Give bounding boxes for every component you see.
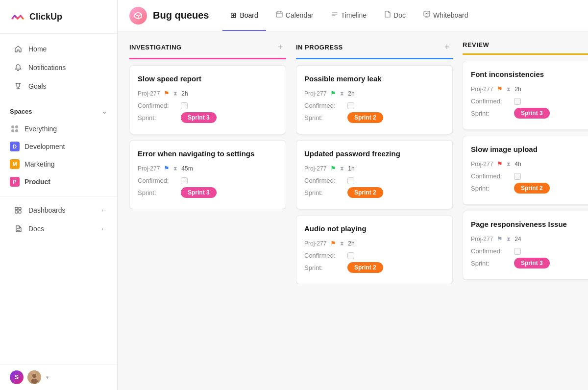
card-meta-memory-leak: Proj-277 ⚑ ⧗ 2h [304, 90, 444, 97]
card-meta-password-freezing: Proj-277 ⚑ ⧗ 1h [304, 165, 444, 172]
svg-rect-0 [15, 207, 18, 210]
user-avatar-initial[interactable]: S [10, 370, 24, 384]
spaces-label: Spaces [10, 108, 32, 115]
sidebar-item-marketing[interactable]: M Marketing [0, 155, 117, 173]
sprint-badge-8[interactable]: Sprint 3 [514, 258, 550, 268]
page-header: Bug queues ⊞ Board Calendar Timeline [118, 0, 588, 31]
confirmed-checkbox-7[interactable] [514, 173, 521, 180]
card-id-audio-not-playing: Proj-277 [304, 240, 326, 247]
tab-timeline[interactable]: Timeline [323, 0, 374, 31]
tab-whiteboard[interactable]: Whiteboard [416, 0, 476, 31]
card-sprint-password-freezing: Sprint: Sprint 2 [304, 187, 444, 198]
confirmed-checkbox[interactable] [181, 102, 188, 109]
column-add-investigating[interactable]: + [274, 41, 286, 53]
sprint-badge-5[interactable]: Sprint 2 [347, 262, 383, 273]
confirmed-label-8: Confirmed: [471, 247, 510, 255]
card-font-inconsistencies: Font inconsistencies Proj-277 ⚑ ⧗ 2h Con… [463, 61, 588, 130]
timer-icon-5: ⧗ [340, 240, 344, 246]
card-meta-font-inconsistencies: Proj-277 ⚑ ⧗ 2h [471, 85, 588, 93]
sidebar-item-home[interactable]: Home [4, 40, 113, 58]
calendar-tab-icon [276, 11, 283, 19]
sprint-label-6: Sprint: [471, 110, 510, 117]
card-meta-error-navigating: Proj-277 ⚑ ⧗ 45m [138, 165, 278, 172]
column-cards-review: Font inconsistencies Proj-277 ⚑ ⧗ 2h Con… [463, 61, 588, 280]
card-time-audio-not-playing: 2h [348, 240, 354, 247]
card-slow-image-upload: Slow image upload Proj-277 ⚑ ⧗ 4h Confir… [463, 136, 588, 205]
card-title-page-responsiveness: Page responsiveness Issue [471, 219, 588, 229]
confirmed-checkbox-8[interactable] [514, 248, 521, 255]
sprint-badge[interactable]: Sprint 3 [181, 112, 217, 123]
column-review: REVIEW Font inconsistencies Proj-277 ⚑ ⧗… [463, 41, 588, 380]
timeline-tab-icon [331, 11, 338, 19]
trophy-icon [14, 82, 23, 91]
card-id-font-inconsistencies: Proj-277 [471, 86, 493, 93]
column-header-in-progress: IN PROGRESS + [296, 41, 453, 59]
flag-green-icon: ⚑ [330, 90, 336, 97]
flag-orange-icon-3: ⚑ [497, 85, 503, 93]
calendar-tab-label: Calendar [286, 11, 314, 19]
sidebar-item-notifications-label: Notifications [28, 64, 66, 72]
card-confirmed-error-navigating: Confirmed: [138, 177, 278, 184]
card-time-password-freezing: 1h [348, 165, 354, 172]
card-memory-leak: Possible memory leak Proj-277 ⚑ ⧗ 2h Con… [296, 65, 453, 134]
confirmed-checkbox-2[interactable] [181, 177, 188, 184]
app-name: ClickUp [29, 12, 62, 22]
sidebar-item-everything[interactable]: Everything [0, 120, 117, 138]
tab-calendar[interactable]: Calendar [268, 0, 321, 31]
home-icon [14, 45, 23, 53]
caret-icon[interactable]: ▾ [46, 374, 49, 381]
sprint-badge-7[interactable]: Sprint 2 [514, 183, 550, 194]
sidebar-item-notifications[interactable]: Notifications [4, 58, 113, 77]
sprint-badge-6[interactable]: Sprint 3 [514, 108, 550, 119]
confirmed-checkbox-6[interactable] [514, 98, 521, 105]
sidebar-item-development[interactable]: D Development [0, 138, 117, 155]
confirmed-checkbox-4[interactable] [347, 177, 354, 184]
column-add-in-progress[interactable]: + [441, 41, 453, 53]
clickup-logo-icon [10, 9, 25, 24]
sprint-badge-3[interactable]: Sprint 2 [347, 112, 383, 123]
dashboards-icon [14, 206, 23, 215]
svg-rect-3 [19, 211, 21, 213]
card-title-memory-leak: Possible memory leak [304, 73, 444, 84]
card-sprint-audio-not-playing: Sprint: Sprint 2 [304, 262, 444, 273]
main-nav: Home Notifications Goals [0, 34, 117, 101]
sidebar-item-product[interactable]: P Product [0, 173, 117, 191]
card-meta-page-responsiveness: Proj-277 ⚑ ⧗ 24 [471, 235, 588, 243]
sidebar-item-development-label: Development [24, 143, 65, 150]
spaces-chevron-icon[interactable]: ⌄ [101, 107, 107, 115]
marketing-avatar: M [10, 159, 20, 169]
column-title-investigating: INVESTIGATING [129, 44, 182, 51]
whiteboard-tab-label: Whiteboard [433, 11, 468, 19]
dashboards-arrow-icon: › [101, 207, 103, 214]
sidebar-item-docs[interactable]: Docs › [4, 219, 113, 238]
card-time-font-inconsistencies: 2h [514, 86, 521, 93]
header-tabs: ⊞ Board Calendar Timeline Doc [222, 0, 476, 31]
svg-point-5 [32, 374, 36, 378]
sidebar-item-home-label: Home [28, 45, 47, 53]
timer-icon-4: ⧗ [340, 165, 344, 171]
sprint-badge-2[interactable]: Sprint 3 [181, 187, 217, 198]
docs-arrow-icon: › [101, 225, 103, 232]
card-confirmed-memory-leak: Confirmed: [304, 102, 444, 109]
card-password-freezing: Updated password freezing Proj-277 ⚑ ⧗ 1… [296, 140, 453, 209]
whiteboard-tab-icon [423, 11, 430, 19]
project-icon [129, 7, 147, 24]
sprint-badge-4[interactable]: Sprint 2 [347, 187, 383, 198]
tab-board[interactable]: ⊞ Board [222, 0, 266, 31]
card-id-error-navigating: Proj-277 [138, 165, 160, 172]
confirmed-checkbox-5[interactable] [347, 252, 354, 259]
confirmed-label-4: Confirmed: [304, 177, 343, 184]
user-avatar-photo[interactable] [27, 370, 41, 384]
sidebar-item-dashboards[interactable]: Dashboards › [4, 201, 113, 219]
sprint-label-2: Sprint: [138, 189, 177, 196]
card-confirmed-slow-speed: Confirmed: [138, 102, 278, 109]
confirmed-checkbox-3[interactable] [347, 102, 354, 109]
dashboards-label: Dashboards [28, 206, 66, 214]
tab-doc[interactable]: Doc [376, 0, 414, 31]
confirmed-label-3: Confirmed: [304, 102, 343, 109]
sidebar-item-goals[interactable]: Goals [4, 77, 113, 96]
confirmed-label-7: Confirmed: [471, 172, 510, 180]
board-tab-icon: ⊞ [230, 11, 237, 20]
card-id-page-responsiveness: Proj-277 [471, 236, 493, 243]
sprint-label-5: Sprint: [304, 264, 343, 271]
